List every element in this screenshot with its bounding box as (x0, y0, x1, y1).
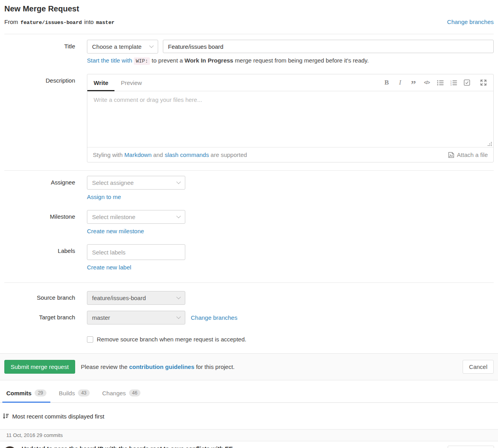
commits-sort-note: Most recent commits displayed first (0, 413, 498, 420)
milestone-form-row: Milestone Select milestone Create new mi… (4, 210, 494, 234)
hint-rest: merge request from being merged before i… (233, 57, 369, 64)
bulleted-list-icon (437, 80, 444, 86)
create-new-milestone-link[interactable]: Create new milestone (87, 228, 144, 234)
markdown-editor: Write Preview B I ” </> (87, 74, 494, 162)
editor-header: Write Preview B I ” </> (87, 74, 493, 91)
fullscreen-button[interactable] (478, 77, 489, 88)
into-label: into (84, 18, 94, 25)
wip-hint-link[interactable]: Start the title with (87, 57, 132, 64)
source-branch-label: Source branch (4, 291, 75, 301)
task-list-icon (464, 79, 470, 86)
assignee-label: Assignee (4, 176, 75, 186)
remove-source-branch-row: Remove source branch when merge request … (87, 336, 494, 343)
commit-title-link[interactable]: Updated to pass the board ID with the bo… (22, 445, 389, 448)
create-new-label-link[interactable]: Create new label (87, 264, 131, 271)
avatar (3, 446, 17, 448)
commit-row: Updated to pass the board ID with the bo… (0, 441, 498, 448)
markdown-link[interactable]: Markdown (124, 151, 151, 158)
tab-write[interactable]: Write (87, 74, 114, 91)
title-form-row: Title Choose a template Start the title … (4, 34, 494, 74)
builds-count-badge: 43 (78, 389, 89, 396)
divider (4, 282, 494, 283)
source-branch-name: feature/issues-board (20, 20, 82, 26)
numbered-list-button[interactable]: 1 2 3 (448, 77, 459, 88)
form-actions: Submit merge request Please review the c… (0, 353, 498, 380)
target-branch-label: Target branch (4, 311, 75, 321)
bulleted-list-button[interactable] (435, 77, 445, 88)
assign-to-me-link[interactable]: Assign to me (87, 194, 121, 200)
tab-changes[interactable]: Changes 46 (98, 384, 144, 403)
bold-button[interactable]: B (382, 77, 392, 88)
chevron-down-icon (176, 295, 181, 299)
review-note: Please review the contribution guideline… (81, 363, 235, 370)
fullscreen-icon (480, 79, 487, 86)
commit-info: Updated to pass the board ID with the bo… (22, 445, 389, 448)
tab-commits[interactable]: Commits 29 (2, 384, 50, 403)
assignee-form-row: Assignee Select assignee Assign to me (4, 176, 494, 200)
svg-text:3: 3 (450, 83, 452, 85)
description-textarea[interactable] (94, 96, 487, 142)
chevron-down-icon (176, 314, 181, 319)
target-branch-name: master (96, 20, 114, 26)
source-branch-select[interactable]: feature/issues-board (87, 291, 185, 305)
remove-source-branch-label: Remove source branch when merge request … (97, 336, 246, 343)
assignee-select-placeholder: Select assignee (92, 179, 134, 186)
commits-day-header: 11 Oct, 2016 29 commits (0, 429, 498, 441)
italic-button[interactable]: I (395, 77, 405, 88)
title-input[interactable] (163, 40, 494, 53)
contribution-guidelines-link[interactable]: contribution guidelines (129, 363, 194, 370)
from-label: From (4, 18, 18, 25)
resize-grip[interactable] (487, 142, 492, 146)
title-hint: Start the title with WIP: to prevent a W… (87, 57, 494, 64)
cancel-button[interactable]: Cancel (463, 360, 494, 374)
labels-select-placeholder: Select labels (92, 249, 125, 256)
template-select[interactable]: Choose a template (87, 40, 158, 53)
editor-toolbar: B I ” </> (382, 74, 493, 91)
assignee-select[interactable]: Select assignee (87, 176, 185, 190)
description-form-row: Description Write Preview B I ” </> (4, 74, 494, 162)
browse-files-button[interactable]: Browse Files (448, 446, 494, 448)
task-list-button[interactable] (462, 77, 472, 88)
milestone-select[interactable]: Select milestone (87, 210, 185, 224)
attach-file-icon (448, 152, 454, 158)
milestone-label: Milestone (4, 210, 75, 220)
title-label: Title (4, 34, 75, 50)
commit-actions: d12b3500 Browse Files (389, 446, 494, 448)
remove-source-branch-checkbox[interactable] (87, 336, 93, 343)
template-select-value: Choose a template (92, 43, 142, 50)
labels-form-row: Labels Select labels Create new label (4, 244, 494, 271)
code-button[interactable]: </> (422, 77, 432, 88)
attach-file-button[interactable]: Attach a file (448, 151, 488, 158)
new-merge-request-page: New Merge Request From feature/issues-bo… (0, 4, 498, 448)
editor-footer: Styling with Markdown and slash commands… (87, 147, 493, 162)
page-title: New Merge Request (4, 4, 494, 13)
submit-merge-request-button[interactable]: Submit merge request (4, 360, 75, 374)
source-branch-form-row: Source branch feature/issues-board (4, 291, 494, 305)
sort-descending-icon (3, 413, 9, 419)
divider (4, 170, 494, 171)
chevron-down-icon (149, 43, 153, 48)
attach-file-label: Attach a file (457, 151, 488, 158)
tab-builds[interactable]: Builds 43 (55, 384, 94, 403)
change-branches-link[interactable]: Change branches (191, 314, 237, 321)
merge-request-tabs: Commits 29 Builds 43 Changes 46 (0, 384, 498, 403)
styling-note: Styling with Markdown and slash commands… (93, 151, 247, 158)
tab-preview[interactable]: Preview (114, 74, 148, 91)
change-branches-link-top[interactable]: Change branches (447, 18, 494, 25)
changes-count-badge: 46 (129, 389, 140, 396)
chevron-down-icon (176, 179, 181, 184)
compare-branches-line: From feature/issues-board into master Ch… (4, 18, 494, 26)
quote-button[interactable]: ” (408, 77, 419, 88)
slash-commands-link[interactable]: slash commands (165, 151, 209, 158)
target-branch-select[interactable]: master (87, 311, 185, 324)
target-branch-select-value: master (92, 314, 110, 321)
numbered-list-icon: 1 2 3 (450, 80, 457, 86)
milestone-select-placeholder: Select milestone (92, 214, 135, 220)
source-branch-select-value: feature/issues-board (92, 295, 146, 301)
labels-select[interactable]: Select labels (87, 244, 185, 260)
chevron-down-icon (176, 214, 181, 218)
hint-mid: to prevent a (150, 57, 184, 64)
description-label: Description (4, 74, 75, 84)
commits-count-badge: 29 (35, 389, 46, 396)
labels-label: Labels (4, 244, 75, 254)
